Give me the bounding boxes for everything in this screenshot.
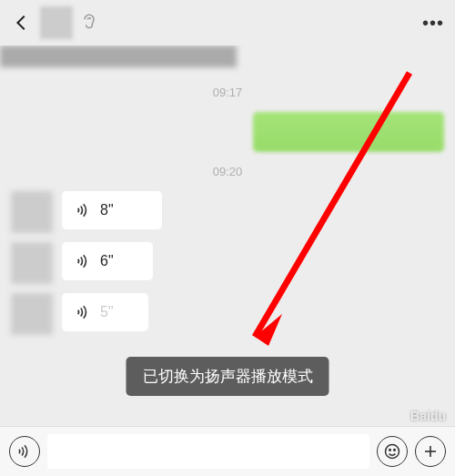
outgoing-message[interactable] <box>0 112 455 152</box>
timestamp: 09:17 <box>0 86 455 99</box>
speaker-mode-toast: 已切换为扬声器播放模式 <box>126 357 329 396</box>
timestamp: 09:20 <box>0 165 455 178</box>
sender-avatar[interactable] <box>11 191 53 233</box>
redacted-content <box>0 46 237 67</box>
voice-play-icon <box>75 202 91 218</box>
input-toolbar <box>0 426 455 476</box>
emoji-button[interactable] <box>377 436 408 467</box>
sender-avatar[interactable] <box>11 242 53 284</box>
more-menu-button[interactable]: ••• <box>422 13 444 34</box>
incoming-voice-message[interactable]: 6" <box>0 242 455 284</box>
incoming-voice-message[interactable]: 8" <box>0 191 455 233</box>
voice-bubble[interactable]: 6" <box>62 242 153 280</box>
earpiece-icon <box>80 12 98 34</box>
message-input[interactable] <box>47 434 369 469</box>
voice-duration: 8" <box>100 202 114 218</box>
sender-avatar[interactable] <box>11 293 53 335</box>
header-left-group <box>11 6 98 39</box>
voice-duration: 6" <box>100 253 114 269</box>
voice-play-icon <box>75 304 91 320</box>
voice-bubble[interactable]: 5" <box>62 293 148 331</box>
watermark: Baidu <box>410 409 446 423</box>
voice-bubble[interactable]: 8" <box>62 191 162 229</box>
contact-avatar[interactable] <box>40 6 73 39</box>
svg-point-3 <box>389 450 391 451</box>
svg-point-4 <box>394 450 396 451</box>
chat-header: ••• <box>0 0 455 46</box>
svg-point-2 <box>386 445 399 459</box>
voice-duration: 5" <box>100 304 114 320</box>
back-button[interactable] <box>11 12 33 34</box>
add-button[interactable] <box>415 436 446 467</box>
voice-input-button[interactable] <box>9 436 40 467</box>
outgoing-bubble <box>253 112 444 152</box>
voice-play-icon <box>75 253 91 269</box>
incoming-voice-message[interactable]: 5" <box>0 293 455 335</box>
